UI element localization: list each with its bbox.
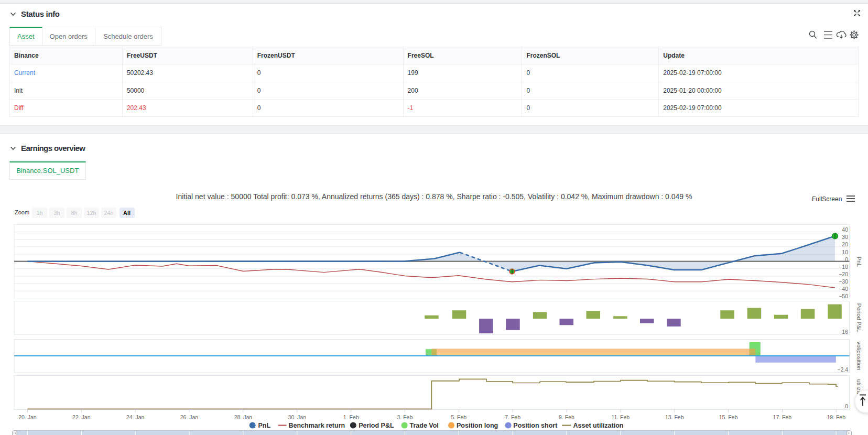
svg-text:PnL: PnL [856,257,862,267]
svg-text:26. Jan: 26. Jan [180,414,199,420]
svg-text:5. Feb: 5. Feb [451,414,466,420]
svg-text:22. Jan: 22. Jan [72,414,91,420]
svg-text:−16: −16 [839,329,848,335]
svg-text:−40: −40 [839,286,848,292]
svg-text:20: 20 [842,241,848,247]
svg-text:−30: −30 [839,278,848,285]
svg-text:3. Feb: 3. Feb [397,414,413,420]
svg-text:30: 30 [842,234,848,240]
svg-text:0: 0 [845,256,848,263]
svg-text:15. Feb: 15. Feb [719,414,738,420]
svg-text:vol/position: vol/position [856,341,862,370]
svg-text:9. Feb: 9. Feb [559,414,574,420]
svg-text:28. Jan: 28. Jan [234,414,253,420]
svg-text:−2.4: −2.4 [837,366,848,373]
svg-text:13. Feb: 13. Feb [665,414,684,420]
svg-text:−50: −50 [839,293,848,299]
svg-text:7. Feb: 7. Feb [505,414,520,420]
svg-text:PnL: PnL [258,422,271,429]
svg-text:−10: −10 [839,264,848,270]
svg-text:0: 0 [845,403,848,409]
svg-text:Asset utilization: Asset utilization [573,422,624,429]
svg-text:24. Jan: 24. Jan [126,414,145,420]
svg-text:11. Feb: 11. Feb [611,414,630,420]
svg-text:40: 40 [842,226,848,233]
svg-text:30. Jan: 30. Jan [288,414,307,420]
svg-text:20. Jan: 20. Jan [18,414,37,420]
svg-text:Benchmark return: Benchmark return [289,422,345,429]
svg-text:Position short: Position short [513,422,558,429]
svg-text:10: 10 [842,249,848,255]
svg-text:17. Feb: 17. Feb [773,414,792,420]
svg-text:Period P&L: Period P&L [359,422,394,429]
svg-text:1. Feb: 1. Feb [343,414,359,420]
svg-text:Position long: Position long [457,422,498,429]
svg-text:Trade Vol: Trade Vol [410,422,439,429]
svg-text:−20: −20 [839,271,848,277]
svg-text:Period P&L: Period P&L [856,303,862,333]
svg-text:19. Feb: 19. Feb [827,414,845,420]
